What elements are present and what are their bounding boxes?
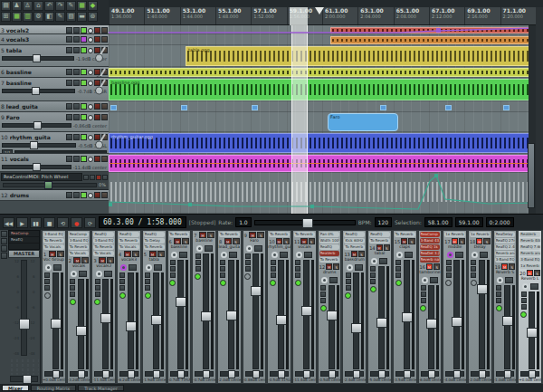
track-panel[interactable]: 4 vocals3 (0, 34, 109, 45)
track-panel[interactable]: 10 rhythm_guita -0.5dB 31 (0, 132, 109, 154)
strip-env-button[interactable] (145, 279, 150, 284)
strip-pan-thumb[interactable] (428, 370, 435, 378)
strip-phase-button[interactable] (395, 272, 401, 278)
track-name[interactable]: vocals2 (6, 27, 66, 33)
strip-mute-button[interactable]: M (199, 232, 206, 238)
strip-pan-thumb[interactable] (52, 370, 60, 378)
track-record-arm-button[interactable] (81, 69, 87, 75)
track-panel[interactable]: 3 vocals2 (0, 25, 109, 34)
track-io-button[interactable] (66, 156, 72, 162)
strip-fx-button[interactable] (170, 260, 176, 265)
pan-knob[interactable] (347, 264, 353, 271)
track-io-button[interactable] (66, 103, 72, 110)
fx-slot[interactable]: Pan 0% (319, 232, 340, 237)
volume-slider-thumb[interactable] (32, 87, 40, 95)
strip-solo-button[interactable]: S (433, 263, 440, 270)
track-io-button[interactable] (66, 27, 72, 33)
record-arm-light[interactable] (496, 305, 502, 311)
strip-env-button[interactable] (195, 260, 201, 265)
pan-knob[interactable] (146, 264, 152, 271)
record-arm-light[interactable] (445, 280, 452, 286)
strip-solo-button[interactable]: S (57, 251, 64, 257)
track-panel[interactable]: 5 tabla -1.9dB center (0, 45, 109, 67)
strip-io-button[interactable] (280, 252, 288, 258)
media-item[interactable] (380, 105, 386, 110)
transport-button[interactable]: ◀◀ (3, 217, 14, 228)
strip-env-button[interactable] (446, 266, 452, 272)
strip-pan-slider[interactable] (295, 371, 314, 377)
track-mute-button[interactable] (94, 36, 100, 43)
ruler-mark[interactable]: 51.1.00 1:40.000 (144, 7, 179, 24)
strip-pan-slider[interactable] (395, 371, 414, 377)
track-name[interactable]: lead_guita (6, 103, 66, 110)
track-io-button[interactable] (66, 80, 72, 86)
strip-fader[interactable] (529, 292, 535, 369)
fx-header-slot[interactable]: ReaComp (69, 232, 90, 237)
strip-solo-button[interactable]: S (283, 238, 290, 244)
ruler-mark[interactable]: 67.1.00 2:12.000 (429, 7, 464, 24)
track-fx-button[interactable] (73, 27, 80, 33)
track-panel-drums[interactable]: 12 drums (0, 190, 109, 201)
strip-phase-button[interactable] (245, 266, 251, 272)
fx-slot[interactable]: Reverb 400ms (519, 238, 540, 244)
track-monitor-button[interactable] (88, 81, 93, 86)
record-arm-light[interactable] (44, 292, 51, 299)
pan-knob[interactable] (472, 252, 478, 258)
track-volume-slider[interactable] (2, 123, 71, 128)
strip-mute-button[interactable]: M (452, 238, 458, 244)
strip-env-button[interactable] (295, 266, 300, 272)
strip-phase-button[interactable] (521, 304, 527, 310)
track-monitor-button[interactable] (88, 37, 93, 43)
mixer-strip[interactable]: ReaEQ To Reverb To Vocals 4 M S vocals3 (117, 230, 141, 384)
toolbar-icon[interactable]: ✎ (55, 12, 65, 22)
transport-time-display[interactable]: 60.3.00 / 1:58.000 (99, 216, 186, 228)
strip-solo-button[interactable]: S (333, 263, 339, 270)
toolbar-icon[interactable]: ↶ (44, 1, 54, 11)
strip-phase-button[interactable] (370, 279, 376, 284)
mixer-strip[interactable]: ReaComp 3-Band EQ To Reverb To Vocals 2 … (67, 230, 91, 384)
pan-knob[interactable] (422, 277, 428, 283)
record-arm-light[interactable] (370, 286, 376, 292)
send-slot[interactable]: 3-Band EQ 32k (519, 257, 540, 263)
strip-env-button[interactable] (496, 292, 501, 297)
strip-io-button[interactable] (355, 264, 363, 271)
strip-mute-button[interactable]: M (426, 263, 433, 270)
strip-fader[interactable] (504, 285, 510, 369)
strip-solo-button[interactable]: S (107, 257, 114, 263)
strip-solo-button[interactable]: S (509, 263, 515, 270)
envelope-arm-button[interactable] (90, 175, 95, 180)
strip-fx-button[interactable] (95, 279, 100, 284)
rate-slider[interactable] (254, 220, 356, 225)
pan-knob[interactable] (196, 245, 203, 252)
mixer-io-button[interactable] (1, 253, 7, 259)
track-monitor-button[interactable] (88, 193, 93, 198)
strip-solo-button[interactable]: S (182, 238, 189, 244)
track-record-arm-button[interactable] (81, 134, 87, 140)
toolbar-icon[interactable]: ⚙ (33, 12, 43, 22)
strip-phase-button[interactable] (421, 298, 426, 303)
track-name[interactable]: vocals (10, 156, 66, 162)
ruler-mark[interactable]: 49.1.00 1:36.000 (109, 7, 144, 24)
strip-pan-thumb[interactable] (504, 370, 511, 378)
strip-mute-button[interactable]: M (99, 257, 106, 263)
strip-pan-thumb[interactable] (278, 370, 285, 378)
media-item[interactable] (110, 105, 117, 110)
record-arm-light[interactable] (119, 292, 126, 299)
fx-header-slot[interactable]: ReaEQ (369, 232, 390, 237)
strip-pan-thumb[interactable] (228, 370, 235, 378)
strip-solo-button[interactable]: S (207, 232, 214, 238)
media-item[interactable] (445, 105, 452, 110)
fx-slot[interactable]: 3-Band EQ (93, 238, 114, 244)
track-monitor-button[interactable] (88, 28, 93, 33)
toolbar-icon[interactable]: ▥ (23, 12, 33, 22)
strip-fader[interactable] (153, 272, 159, 369)
track-name[interactable]: bassline (6, 80, 66, 86)
track-fx-button[interactable] (73, 80, 80, 86)
fx-header-slot[interactable]: ReaEQ (119, 232, 139, 237)
strip-fader[interactable] (228, 260, 234, 369)
fx-header-slot[interactable]: ReaComp (420, 232, 441, 237)
send-slot[interactable]: ReaDel 3.2 (420, 251, 441, 256)
transport-button[interactable]: ● (71, 217, 82, 228)
mixer-strip[interactable]: To Reverb 8 M S lead_guita (217, 230, 242, 384)
strip-fader[interactable] (177, 260, 184, 369)
